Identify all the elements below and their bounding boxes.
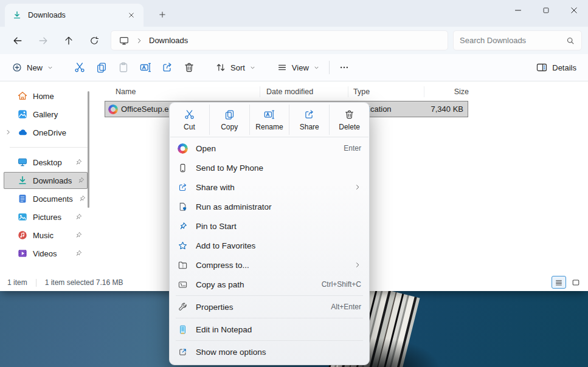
sort-icon [215,62,226,73]
rename-button[interactable] [134,58,156,77]
menu-item-label: Properties [196,303,323,312]
menu-item-shortcut: Alt+Enter [331,303,361,311]
tab-downloads[interactable]: Downloads [5,4,144,27]
up-button[interactable] [56,30,81,52]
scissors-icon [74,61,86,74]
address-bar[interactable]: Downloads [111,30,448,50]
menu-item-shortcut: Enter [344,144,361,153]
sidebar-item-label: Videos [33,249,57,258]
column-type[interactable]: Type [348,86,424,97]
tab-bar: Downloads [0,0,588,27]
pinblue-icon [178,221,188,232]
back-button[interactable] [5,30,30,52]
quick-delete-button[interactable]: Delete [330,105,369,135]
menu-item-properties[interactable]: PropertiesAlt+Enter [170,297,369,317]
sidebar: HomeGalleryOneDriveDesktopDownloadsDocum… [0,81,91,274]
view-icon [277,62,288,73]
copy-icon [95,61,108,74]
sidebar-item-home[interactable]: Home [4,87,88,105]
copy-icon [224,109,235,120]
sidebar-item-label: Home [33,92,54,101]
quick-action-label: Share [300,123,319,131]
trash-icon [183,61,195,74]
menu-item-show-more-options[interactable]: Show more options [170,342,369,362]
sort-button[interactable]: Sort [210,58,261,77]
pictures-icon [17,211,28,222]
new-tab-button[interactable] [154,7,170,22]
menu-item-label: Pin to Start [196,222,361,231]
details-button[interactable]: Details [530,58,582,77]
column-size[interactable]: Size [424,86,472,97]
details-view-button[interactable] [552,276,566,289]
toolbar-separator [329,61,330,74]
delete-button[interactable] [178,58,200,77]
cut-button[interactable] [69,58,91,77]
submenu-chevron-icon [354,184,361,191]
chevron-right-icon[interactable] [5,129,12,135]
menu-item-shortcut: Ctrl+Shift+C [322,280,361,289]
details-pane-icon [536,61,548,74]
thumbnail-view-button[interactable] [569,276,583,289]
new-button[interactable]: New [6,58,59,77]
pin-icon [78,194,86,203]
menu-separator [176,340,363,341]
quick-rename-button[interactable]: Rename [250,105,290,135]
menu-item-share-with[interactable]: Share with [170,177,369,197]
menu-item-edit-in-notepad[interactable]: Edit in Notepad [170,320,369,339]
more-button[interactable] [333,58,355,77]
menu-separator [176,295,363,296]
menu-item-add-to-favorites[interactable]: Add to Favorites [170,236,369,255]
copy-button[interactable] [91,58,112,77]
sidebar-item-label: Music [33,231,54,240]
office-file-icon [108,105,118,114]
pin-icon [77,176,85,185]
shield-icon [178,202,188,212]
sidebar-item-pictures[interactable]: Pictures [4,208,88,225]
sidebar-item-documents[interactable]: Documents [4,190,88,207]
sidebar-scrollbar[interactable] [88,91,89,208]
item-count: 1 item [7,278,27,287]
documents-icon [17,193,28,204]
monitor-icon [119,35,130,46]
menu-item-send-to-my-phone[interactable]: Send to My Phone [170,158,369,177]
house-icon [17,91,28,101]
quick-copy-button[interactable]: Copy [210,105,250,135]
pin-icon [74,158,83,166]
quick-cut-button[interactable]: Cut [170,105,210,135]
close-button[interactable] [560,0,588,21]
column-date-modified[interactable]: Date modified [260,86,348,97]
menu-item-run-as-administrator[interactable]: Run as administrator [170,197,369,216]
search-placeholder: Search Downloads [460,36,566,45]
quick-share-button[interactable]: Share [289,105,330,135]
menu-item-compress-to[interactable]: Compress to... [170,255,369,275]
quick-action-label: Rename [255,123,283,131]
sidebar-item-desktop[interactable]: Desktop [4,154,88,171]
paste-button [112,58,134,77]
view-label: View [292,63,309,72]
maximize-button[interactable] [532,0,560,21]
tab-close-icon[interactable] [124,8,139,22]
search-input[interactable]: Search Downloads [453,30,582,50]
rename-icon [139,61,151,74]
submenu-chevron-icon [354,261,361,269]
share-button[interactable] [156,58,178,77]
context-menu: CutCopyRenameShareDelete OpenEnterSend t… [169,102,370,365]
menu-item-copy-as-path[interactable]: Copy as pathCtrl+Shift+C [170,275,369,294]
minimize-button[interactable] [504,0,532,21]
sidebar-item-downloads[interactable]: Downloads [4,172,88,189]
sidebar-item-videos[interactable]: Videos [4,245,88,262]
sidebar-item-music[interactable]: Music [4,227,88,244]
sort-label: Sort [230,63,245,72]
view-button[interactable]: View [271,58,325,77]
share-icon [303,109,315,120]
menu-item-open[interactable]: OpenEnter [170,139,369,158]
menu-item-label: Add to Favorites [196,241,361,250]
external-icon [178,347,188,357]
sidebar-item-onedrive[interactable]: OneDrive [4,124,88,141]
desktopicon-icon [17,157,28,168]
column-name[interactable]: Name [91,86,260,97]
pin-icon [74,231,83,239]
sidebar-item-gallery[interactable]: Gallery [4,106,88,123]
refresh-button[interactable] [81,30,107,52]
menu-item-pin-to-start[interactable]: Pin to Start [170,216,369,236]
